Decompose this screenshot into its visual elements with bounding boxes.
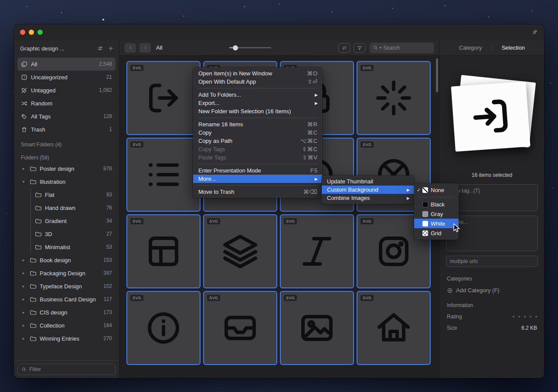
menu-item-export[interactable]: Export...▶ — [193, 99, 322, 107]
menu-item-copy-as-path[interactable]: Copy as Path⌥⌘C — [193, 137, 322, 145]
disclosure-collapsed-icon[interactable]: ▸ — [21, 336, 26, 341]
menu-item-new-folder-with-selection-16-items[interactable]: New Folder with Selection (16 Items) — [193, 107, 322, 115]
disclosure-collapsed-icon[interactable]: ▸ — [21, 284, 26, 288]
menu-item-add-to-folders[interactable]: Add To Folders...▶ — [193, 91, 322, 99]
menu-item-open-item-s-in-new-window[interactable]: Open Item(s) in New Window⌘O — [193, 69, 322, 78]
tags-icon — [21, 113, 27, 120]
menu-item-rename-16-items[interactable]: Rename 16 Items⌘R — [193, 120, 322, 128]
menu-item-none[interactable]: ✓None — [414, 185, 459, 195]
sidebar-item-untagged[interactable]: Untagged1,082 — [17, 84, 116, 97]
information-label: Information — [447, 302, 537, 308]
rating-dot[interactable] — [524, 316, 526, 318]
menu-item-open-with-default-app[interactable]: Open With Default App⇧⏎ — [193, 78, 322, 86]
folder-item-poster-design[interactable]: ▸Poster design878 — [17, 162, 116, 175]
sidebar-item-random[interactable]: Random — [17, 97, 116, 110]
search-input[interactable] — [383, 45, 431, 51]
tag-input[interactable] — [446, 184, 538, 211]
sort-button[interactable] — [338, 43, 350, 53]
filter-button[interactable] — [354, 43, 365, 53]
folder-icon — [30, 257, 36, 264]
filter-box — [17, 364, 116, 375]
folder-item-gradient[interactable]: Gradient34 — [17, 214, 116, 227]
format-badge: SVG — [361, 142, 374, 148]
notes-input[interactable] — [446, 216, 538, 251]
folder-item-typeface-design[interactable]: ▸Typeface Design102 — [17, 280, 116, 293]
sidebar-item-label: Trash — [31, 126, 45, 133]
disclosure-expanded-icon[interactable]: ▾ — [21, 179, 26, 184]
menu-item-combine-images[interactable]: Combine Images▶ — [322, 194, 414, 202]
submenu-arrow-icon: ▶ — [401, 188, 410, 192]
close-window-button[interactable] — [20, 30, 25, 35]
folder-item-packaging-design[interactable]: ▸Packaging Design397 — [17, 267, 116, 280]
folder-item-illustration[interactable]: ▾Illustration — [17, 175, 116, 188]
sidebar-item-all[interactable]: All2,548 — [17, 57, 116, 71]
folder-item-cis-design[interactable]: ▸CIS design173 — [17, 306, 116, 319]
library-name[interactable]: Graphic design ... — [20, 45, 93, 52]
zoom-window-button[interactable] — [37, 30, 43, 35]
back-button[interactable] — [125, 43, 136, 53]
disclosure-collapsed-icon[interactable]: ▸ — [21, 323, 26, 328]
grid-item-image[interactable]: SVG — [280, 291, 354, 365]
slider-thumb[interactable] — [233, 45, 238, 51]
rating-dot[interactable] — [518, 316, 520, 318]
menu-item-update-thumbnail[interactable]: Update Thumbnail — [322, 177, 414, 186]
disclosure-collapsed-icon[interactable]: ▸ — [21, 166, 26, 171]
folder-item-collection[interactable]: ▸Collection164 — [17, 319, 116, 332]
disclosure-collapsed-icon[interactable]: ▸ — [21, 271, 26, 275]
sidebar-item-uncategorized[interactable]: ?Uncategorized21 — [17, 71, 116, 84]
folder-item-flat[interactable]: Flat93 — [17, 188, 116, 201]
menu-item-custom-background[interactable]: Custom Background▶ — [322, 186, 414, 194]
tab-category[interactable]: Category — [449, 44, 492, 51]
filter-input[interactable] — [29, 366, 112, 372]
minimize-window-button[interactable] — [29, 30, 34, 35]
menu-item-white[interactable]: White — [414, 219, 459, 228]
grid-item-inbox[interactable]: SVG — [203, 291, 277, 365]
sidebar-item-trash[interactable]: Trash1 — [17, 123, 116, 136]
add-category-button[interactable]: Add Category (F) — [447, 287, 537, 294]
pin-window-icon[interactable] — [531, 29, 538, 36]
grid-item-list[interactable]: SVG — [126, 138, 201, 212]
grid-item-layout[interactable]: SVG — [126, 214, 201, 288]
rating-dots[interactable] — [513, 316, 537, 318]
chevron-down-icon[interactable]: ▾ — [380, 46, 381, 50]
menu-item-gray[interactable]: Gray — [414, 209, 459, 219]
grid-item-spinner[interactable]: SVG — [357, 61, 431, 135]
grid-item-home[interactable]: SVG — [357, 291, 431, 365]
disclosure-collapsed-icon[interactable]: ▸ — [21, 297, 26, 301]
folder-item-3d[interactable]: 3D27 — [17, 227, 116, 240]
rating-dot[interactable] — [530, 316, 531, 318]
menu-item-copy[interactable]: Copy⌘C — [193, 128, 322, 137]
submenu-arrow-icon: ▶ — [309, 177, 318, 181]
adjust-icon[interactable] — [97, 45, 103, 51]
disclosure-collapsed-icon[interactable]: ▸ — [21, 258, 26, 262]
folder-item-winning-entries[interactable]: ▸Winning Entries270 — [17, 332, 116, 345]
rating-dot[interactable] — [513, 316, 514, 318]
grid-item-layers[interactable]: SVG — [203, 214, 277, 288]
menu-item-enter-presentation-mode[interactable]: Enter Presentation ModeF5 — [193, 166, 322, 175]
menu-item-move-to-trash[interactable]: Move to Trash⌘⌫ — [193, 188, 322, 196]
scrollbar[interactable] — [436, 58, 438, 92]
inbox-icon — [218, 306, 262, 350]
folder-count: 102 — [103, 283, 112, 289]
menu-item-black[interactable]: Black — [414, 199, 459, 209]
thumbnail-size-slider[interactable] — [229, 47, 271, 48]
layers-icon — [218, 230, 262, 273]
tab-selection[interactable]: Selection — [492, 44, 534, 51]
grid-item-export[interactable]: SVG — [126, 61, 201, 135]
add-folder-icon[interactable] — [108, 45, 114, 51]
folder-item-minimalist[interactable]: Minimalist53 — [17, 240, 116, 253]
forward-button[interactable] — [140, 43, 151, 53]
menu-item-grid[interactable]: Grid — [414, 228, 459, 238]
grid-item-italic[interactable]: SVG — [280, 214, 354, 288]
folders-section[interactable]: Folders (58) — [14, 149, 119, 162]
folder-item-book-design[interactable]: ▸Book design153 — [17, 253, 116, 267]
grid-item-info[interactable]: SVG — [126, 291, 201, 365]
menu-item-more[interactable]: More...▶ — [193, 175, 322, 183]
rating-dot[interactable] — [535, 316, 537, 318]
folder-item-hand-drawn[interactable]: Hand drawn76 — [17, 201, 116, 214]
smart-folders-section[interactable]: Smart Folders (4) — [14, 136, 119, 149]
sidebar-item-all-tags[interactable]: All Tags128 — [17, 110, 116, 123]
url-input[interactable] — [446, 256, 538, 267]
folder-item-business-card-design[interactable]: ▸Business Card Design117 — [17, 293, 116, 306]
disclosure-collapsed-icon[interactable]: ▸ — [21, 310, 26, 314]
